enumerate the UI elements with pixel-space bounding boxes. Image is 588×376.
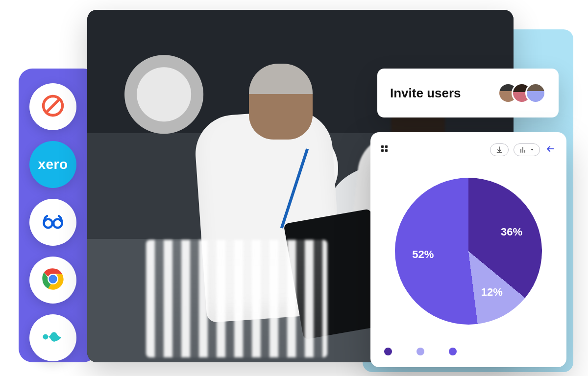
svg-point-7 <box>43 334 48 340</box>
arrow-left-icon <box>545 144 555 156</box>
chart-type-button[interactable] <box>514 143 540 156</box>
legend-swatch <box>416 348 424 355</box>
app-icon-chrome[interactable] <box>29 257 76 304</box>
wave-icon <box>40 324 66 352</box>
legend-swatch <box>449 348 457 355</box>
svg-line-1 <box>47 106 53 112</box>
avatar-stack <box>498 83 546 103</box>
glasses-icon <box>40 209 66 236</box>
chart-toolbar <box>381 142 556 158</box>
chevron-down-icon <box>530 147 535 152</box>
back-button[interactable] <box>545 144 556 155</box>
app-icon-segment[interactable] <box>29 83 76 130</box>
app-icon-glasses[interactable] <box>29 199 76 246</box>
legend-swatch <box>384 348 392 355</box>
drag-handle-icon[interactable] <box>381 145 390 154</box>
download-button[interactable] <box>490 143 509 156</box>
pie-slice-label: 36% <box>501 226 522 238</box>
invite-users-popover[interactable]: Invite users <box>377 69 559 118</box>
app-icon-wave[interactable] <box>29 314 76 361</box>
pie-chart: 36% 12% 52% <box>381 158 556 345</box>
chart-legend <box>381 345 556 355</box>
segment-icon <box>40 93 66 120</box>
chrome-icon <box>40 266 66 294</box>
svg-line-0 <box>53 99 59 106</box>
download-icon <box>495 146 503 154</box>
xero-icon: xero <box>38 157 68 172</box>
pie-slice-label: 12% <box>481 286 503 299</box>
app-icons-column: xero <box>29 83 76 361</box>
avatar[interactable] <box>525 83 546 103</box>
bar-chart-icon <box>519 146 527 154</box>
pie-slice-label: 52% <box>412 248 434 261</box>
app-icon-xero[interactable]: xero <box>29 141 76 188</box>
invite-users-label: Invite users <box>390 86 461 101</box>
chart-card: 36% 12% 52% <box>370 132 566 367</box>
